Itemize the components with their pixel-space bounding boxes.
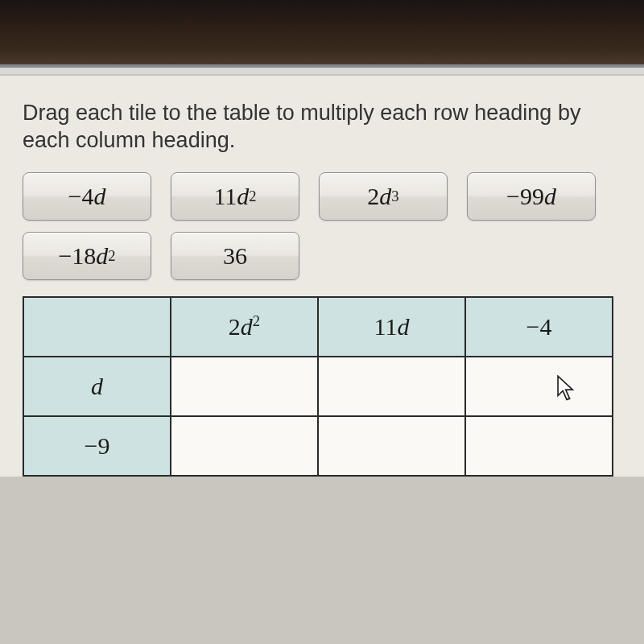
tile-var: d xyxy=(237,183,249,210)
tile-coef: −99 xyxy=(506,183,544,210)
tile-11d2[interactable]: 11d2 xyxy=(171,172,299,221)
exercise-panel: Drag each tile to the table to multiply … xyxy=(0,74,644,477)
tile-var: d xyxy=(379,183,391,210)
tile-var: d xyxy=(544,183,556,210)
multiplication-table: 2d2 11d −4 d −9 xyxy=(23,296,613,477)
drop-cell-r1c0[interactable] xyxy=(171,416,318,476)
row-var: d xyxy=(91,373,103,399)
row-header-neg9: −9 xyxy=(23,416,171,476)
tile-neg18d2[interactable]: −18d2 xyxy=(23,232,151,280)
tile-neg99d[interactable]: −99d xyxy=(467,172,596,221)
drop-cell-r0c2[interactable] xyxy=(465,357,613,416)
cursor-icon xyxy=(556,375,577,402)
tile-coef: 36 xyxy=(223,242,247,270)
tile-tray: −4d 11d2 2d3 −99d −18d2 36 xyxy=(23,172,621,280)
row-header-d: d xyxy=(23,357,171,416)
row-coef: −9 xyxy=(85,432,110,459)
screen-glare xyxy=(0,68,644,74)
drop-cell-r1c2[interactable] xyxy=(465,416,613,476)
tile-coef: −18 xyxy=(58,242,96,270)
col-coef: 2 xyxy=(229,313,241,340)
col-exp: 2 xyxy=(253,312,260,329)
col-coef: −4 xyxy=(526,313,552,340)
drop-cell-r0c1[interactable] xyxy=(318,357,465,416)
tile-coef: −4 xyxy=(68,183,94,210)
corner-cell xyxy=(23,297,171,357)
tile-2d3[interactable]: 2d3 xyxy=(319,172,448,221)
tile-36[interactable]: 36 xyxy=(171,232,299,280)
drop-cell-r1c1[interactable] xyxy=(318,416,465,476)
tile-neg4d[interactable]: −4d xyxy=(23,172,151,221)
tile-coef: 11 xyxy=(213,183,237,210)
drop-cell-r0c0[interactable] xyxy=(171,357,318,416)
instruction-text: Drag each tile to the table to multiply … xyxy=(23,100,621,155)
tile-var: d xyxy=(93,183,105,210)
col-header-2d2: 2d2 xyxy=(171,297,318,357)
col-var: d xyxy=(241,313,253,340)
tile-var: d xyxy=(96,242,108,270)
col-var: d xyxy=(397,313,409,340)
col-coef: 11 xyxy=(374,313,398,340)
tile-coef: 2 xyxy=(367,183,379,210)
col-header-neg4: −4 xyxy=(465,297,613,357)
photo-bezel-area xyxy=(0,0,644,68)
col-header-11d: 11d xyxy=(318,297,465,357)
